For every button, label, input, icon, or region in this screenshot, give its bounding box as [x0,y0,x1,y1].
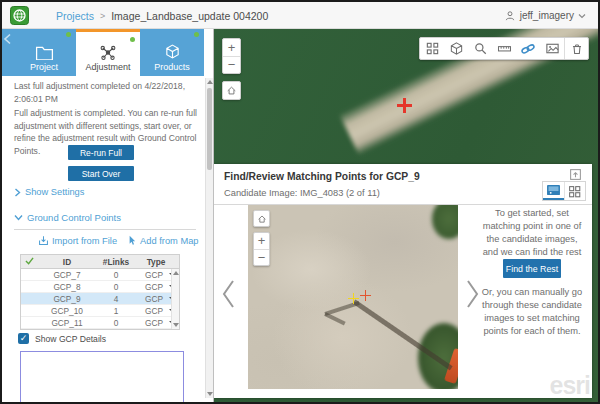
status-dot [194,32,199,37]
column-header-id[interactable]: ID [37,257,97,267]
esri-app-logo-icon[interactable] [10,6,29,25]
gcp-photo-box: Photo not available [20,351,184,404]
folder-icon [35,45,54,60]
measure-icon[interactable] [492,38,516,59]
find-review-panel: Find/Review Matching Points for GCP_9 Ca… [214,164,592,398]
gcp-row-selected[interactable]: GCP_94GCP [21,293,179,305]
apps-grid-icon[interactable] [420,38,444,59]
gcp-table: ID #Links Type GCP_70GCP GCP_80GCP GCP_9… [20,254,180,330]
top-bar: Projects > Image_Landbase_update 004200 … [2,2,598,29]
breadcrumb-separator: > [100,11,105,21]
gcp-row[interactable]: GCP_101GCP [21,305,179,317]
import-icon [38,235,49,246]
cube-icon [164,43,181,60]
map-toolbar [419,37,589,60]
map-zoom-control: + − [222,38,241,74]
gcp-marker-red-cross[interactable] [397,98,412,113]
status-dot [66,32,71,37]
add-from-map-link[interactable]: Add from Map [127,235,198,246]
app-window: Projects > Image_Landbase_update 004200 … [0,0,600,404]
vegetation-patch [432,205,458,239]
links-icon-active[interactable] [516,38,540,59]
delete-icon[interactable] [564,38,588,59]
gcp-row[interactable]: GCP_70GCP [21,269,179,281]
adjustment-side-panel: Project Adjustment Products Last full ad… [2,29,214,404]
show-gcp-details-checkbox[interactable]: ✓ Show GCP Details [18,333,106,344]
chevron-down-icon [14,214,23,221]
project-title: Image_Landbase_update 004200 [111,10,268,22]
tab-products[interactable]: Products [140,29,204,76]
panel-tab-bar: Project Adjustment Products [2,29,204,76]
column-header-links[interactable]: #Links [97,257,135,267]
pole-shadow-branch [324,312,346,325]
map-zoom-out-button[interactable]: − [223,57,240,74]
gcp-row[interactable]: GCP_110GCP [21,317,179,329]
user-name: jeff_imagery [520,10,574,21]
tab-adjustment[interactable]: Adjustment [76,29,140,76]
find-the-rest-button[interactable]: Find the Rest [503,259,561,278]
gcp-table-header: ID #Links Type [21,255,179,269]
images-icon[interactable] [540,38,564,59]
column-header-type[interactable]: Type [135,257,179,267]
chevron-down-icon [578,13,586,19]
collapse-panel-icon[interactable] [569,168,582,181]
matching-point-yellow-cross[interactable] [348,293,359,304]
search-icon[interactable] [468,38,492,59]
tab-label: Adjustment [85,62,130,72]
view-toggle-group [542,181,586,201]
checkbox-checked-icon[interactable]: ✓ [18,333,29,344]
status-dot [130,37,135,42]
breadcrumb: Projects > Image_Landbase_update 004200 [56,2,268,29]
gcp-section-header[interactable]: Ground Control Points [14,212,121,223]
gcp-point-red-cross[interactable] [360,290,371,301]
viewer-home-button[interactable] [253,210,270,227]
chevron-right-icon [14,188,21,197]
candidate-image-label: Candidate Image: IMG_4083 (2 of 11) [224,188,380,198]
table-scrollbar[interactable] [171,269,179,329]
viewer-zoom-in-button[interactable]: + [254,233,269,250]
start-over-button[interactable]: Start Over [68,166,134,181]
import-from-file-link[interactable]: Import from File [38,235,117,246]
basemap-icon[interactable] [444,38,468,59]
tab-label: Products [154,62,190,72]
single-image-view-icon[interactable] [543,182,564,200]
panel-scrollbar[interactable] [205,78,213,398]
candidate-image-viewer[interactable]: + − [248,205,458,389]
viewer-zoom-out-button[interactable]: − [254,250,269,266]
gcp-row[interactable]: GCP_80GCP [21,281,179,293]
previous-image-chevron[interactable] [218,276,238,312]
map-home-button[interactable] [222,81,241,100]
tab-project[interactable]: Project [12,29,76,76]
manual-instructions-text: Or, you can manually go through these ca… [478,286,586,338]
adjustment-status-text: Last full adjustment completed on 4/22/2… [14,80,198,105]
person-icon [504,10,516,22]
esri-watermark: esri [550,371,590,400]
gcp-table-body: GCP_70GCP GCP_80GCP GCP_94GCP GCP_101GCP… [21,269,179,329]
panel-title: Find/Review Matching Points for GCP_9 [224,171,420,182]
checkbox-label: Show GCP Details [35,334,106,344]
map-zoom-in-button[interactable]: + [223,39,240,57]
cursor-icon [127,235,137,246]
tab-label: Project [30,62,58,72]
drone-icon [99,45,117,60]
check-column-icon [21,257,37,267]
breadcrumb-projects-link[interactable]: Projects [56,10,94,22]
show-settings-link[interactable]: Show Settings [14,187,84,197]
section-divider [14,229,196,230]
gcp-actions: Import from File Add from Map [38,235,198,246]
rerun-full-button[interactable]: Re-run Full [68,145,134,160]
viewer-zoom-control: + − [253,232,270,266]
grid-view-icon[interactable] [564,182,586,200]
user-menu[interactable]: jeff_imagery [504,2,586,29]
scrollbar-thumb[interactable] [207,88,212,170]
